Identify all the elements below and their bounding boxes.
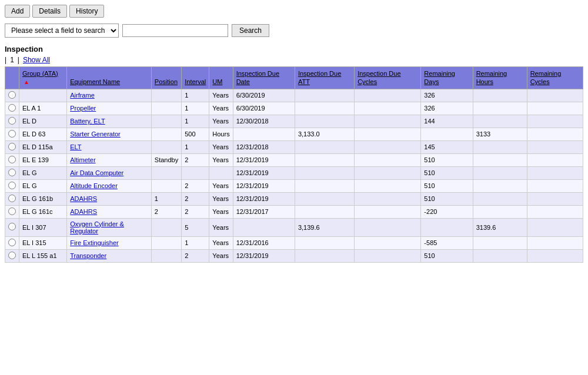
- row-group: EL G 161b: [19, 192, 67, 205]
- show-all-link[interactable]: Show All: [23, 56, 50, 64]
- row-position: [151, 236, 181, 249]
- row-radio[interactable]: [8, 169, 16, 176]
- row-equipment-name[interactable]: ADAHRS: [67, 205, 152, 218]
- equipment-link[interactable]: Airframe: [70, 92, 95, 99]
- col-interval[interactable]: Interval: [182, 67, 209, 89]
- row-interval: 2: [182, 153, 209, 166]
- row-radio[interactable]: [8, 252, 16, 259]
- row-radio[interactable]: [8, 223, 16, 230]
- row-interval: 1: [182, 89, 209, 102]
- row-radio[interactable]: [8, 156, 16, 163]
- row-insp-due-cycles: [355, 128, 421, 140]
- row-radio[interactable]: [8, 207, 16, 215]
- row-radio[interactable]: [8, 182, 16, 189]
- equipment-link[interactable]: Altitude Encoder: [70, 182, 118, 189]
- search-field-select[interactable]: Please select a field to search: [5, 24, 119, 38]
- col-insp-due-cycles-label: Inspection Due Cycles: [358, 70, 400, 85]
- table-row: EL D 115aELT1Years12/31/2018145: [5, 140, 583, 153]
- table-row: EL E 139AltimeterStandby2Years12/31/2019…: [5, 153, 583, 166]
- row-radio[interactable]: [8, 195, 16, 202]
- row-radio-cell: [5, 218, 19, 236]
- col-insp-due-att[interactable]: Inspection Due ATT: [295, 67, 354, 89]
- col-um[interactable]: UM: [209, 67, 233, 89]
- col-rem-hours-label: Remaining Hours: [476, 70, 507, 85]
- history-button[interactable]: History: [69, 5, 104, 18]
- add-button[interactable]: Add: [5, 5, 30, 18]
- row-rem-hours: [473, 140, 527, 153]
- row-insp-due-att: [295, 102, 354, 115]
- row-radio-cell: [5, 236, 19, 249]
- row-insp-due-cycles: [355, 205, 421, 218]
- col-insp-due-att-label: Inspection Due ATT: [298, 70, 341, 85]
- row-rem-hours: [473, 249, 527, 262]
- col-position[interactable]: Position: [151, 67, 181, 89]
- equipment-link[interactable]: ELT: [70, 143, 81, 150]
- row-um: Years: [209, 192, 233, 205]
- col-rem-days[interactable]: Remaining Days: [421, 67, 473, 89]
- row-equipment-name[interactable]: Starter Generator: [67, 128, 152, 140]
- row-radio[interactable]: [8, 239, 16, 246]
- col-equipment-name[interactable]: Equipment Name: [67, 67, 152, 89]
- row-equipment-name[interactable]: Airframe: [67, 89, 152, 102]
- col-rem-cycles[interactable]: Remaining Cycles: [527, 67, 583, 89]
- row-insp-due-att: 3,139.6: [295, 218, 354, 236]
- row-group: EL G 161c: [19, 205, 67, 218]
- col-group[interactable]: Group (ATA) ▲: [19, 67, 67, 89]
- row-interval: 2: [182, 192, 209, 205]
- row-position: Standby: [151, 153, 181, 166]
- row-rem-days: -220: [421, 205, 473, 218]
- row-insp-due-att: [295, 192, 354, 205]
- equipment-link[interactable]: Propeller: [70, 105, 96, 112]
- row-rem-days: [421, 128, 473, 140]
- equipment-link[interactable]: ADAHRS: [70, 195, 97, 202]
- row-equipment-name[interactable]: ELT: [67, 140, 152, 153]
- equipment-link[interactable]: Transponder: [70, 252, 106, 259]
- row-rem-hours: [473, 115, 527, 128]
- equipment-link[interactable]: Oxygen Cylinder & Regulator: [70, 220, 124, 235]
- row-radio[interactable]: [8, 117, 16, 125]
- row-equipment-name[interactable]: Air Data Computer: [67, 166, 152, 179]
- row-equipment-name[interactable]: Fire Extinguisher: [67, 236, 152, 249]
- row-rem-cycles: [527, 218, 583, 236]
- row-equipment-name[interactable]: Propeller: [67, 102, 152, 115]
- equipment-link[interactable]: Battery, ELT: [70, 118, 105, 125]
- col-rem-hours[interactable]: Remaining Hours: [473, 67, 527, 89]
- search-button[interactable]: Search: [232, 24, 269, 37]
- row-radio-cell: [5, 153, 19, 166]
- row-equipment-name[interactable]: Oxygen Cylinder & Regulator: [67, 218, 152, 236]
- col-insp-due-cycles[interactable]: Inspection Due Cycles: [355, 67, 421, 89]
- row-equipment-name[interactable]: ADAHRS: [67, 192, 152, 205]
- row-insp-due-cycles: [355, 153, 421, 166]
- col-insp-due-date[interactable]: Inspection Due Date: [233, 67, 295, 89]
- row-equipment-name[interactable]: Altimeter: [67, 153, 152, 166]
- equipment-link[interactable]: ADAHRS: [70, 208, 97, 215]
- row-radio[interactable]: [8, 104, 16, 112]
- col-equipment-label: Equipment Name: [70, 78, 120, 85]
- equipment-link[interactable]: Fire Extinguisher: [70, 239, 119, 246]
- row-position: [151, 218, 181, 236]
- row-radio-cell: [5, 192, 19, 205]
- row-equipment-name[interactable]: Battery, ELT: [67, 115, 152, 128]
- equipment-link[interactable]: Altimeter: [70, 156, 95, 163]
- row-position: [151, 140, 181, 153]
- row-rem-cycles: [527, 140, 583, 153]
- row-insp-due-date: 12/31/2019: [233, 153, 295, 166]
- search-input[interactable]: [122, 24, 228, 37]
- table-row: EL D 63Starter Generator500Hours3,133.03…: [5, 128, 583, 140]
- col-rem-cycles-label: Remaining Cycles: [530, 70, 562, 85]
- table-header-row: Group (ATA) ▲ Equipment Name Position In…: [5, 67, 583, 89]
- row-equipment-name[interactable]: Altitude Encoder: [67, 179, 152, 192]
- row-rem-hours: [473, 89, 527, 102]
- details-button[interactable]: Details: [32, 5, 67, 18]
- row-radio[interactable]: [8, 91, 16, 99]
- col-rem-days-label: Remaining Days: [424, 70, 455, 85]
- row-insp-due-att: [295, 236, 354, 249]
- row-radio[interactable]: [8, 143, 16, 150]
- equipment-link[interactable]: Starter Generator: [70, 130, 121, 138]
- row-rem-hours: [473, 102, 527, 115]
- row-radio[interactable]: [8, 130, 16, 138]
- row-insp-due-att: [295, 115, 354, 128]
- table-row: Airframe1Years6/30/2019326: [5, 89, 583, 102]
- row-equipment-name[interactable]: Transponder: [67, 249, 152, 262]
- equipment-link[interactable]: Air Data Computer: [70, 169, 123, 176]
